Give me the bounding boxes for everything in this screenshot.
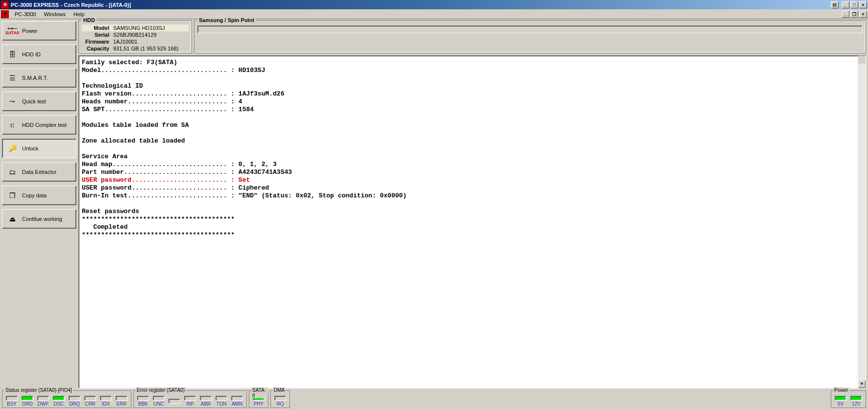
hdd-id-button[interactable]: 🗄 HDD ID	[2, 45, 76, 64]
power-label: Power	[22, 28, 37, 34]
scroll-down-icon[interactable]: ▼	[858, 380, 866, 388]
quick-test-label: Quick test	[22, 98, 46, 104]
dma-group: DMA RQ	[270, 390, 290, 408]
hdd-serial: S26BJ90B214129	[111, 31, 189, 38]
restore-down-icon[interactable]: ⊟	[831, 1, 839, 8]
hdd-id-label: HDD ID	[22, 51, 41, 57]
data-extractor-icon: 🗂	[6, 167, 18, 177]
title-bar: ⚙ PC-3000 EXPRESS - Czech Republic - [(A…	[0, 0, 868, 9]
hdd-legend: HDD	[82, 17, 96, 23]
unlock-label: Unlock	[22, 145, 39, 151]
complex-test-icon: ⎌	[6, 120, 18, 130]
copy-data-icon: ❐	[6, 191, 18, 200]
sata-ii-group: SATA-II PHY	[249, 390, 268, 408]
sidebar: ⊶─ SATA0 Power 🗄 HDD ID ☰ S.M.A.R.T. ⤳ Q…	[0, 19, 78, 389]
progress-bar	[197, 25, 863, 33]
hdd-firmware: 1AJ10001	[111, 38, 189, 45]
mdi-minimize-button[interactable]: _	[842, 11, 849, 18]
window-title: PC-3000 EXPRESS - Czech Republic - [(ATA…	[11, 2, 131, 8]
hdd-info-panel: HDD ModelSAMSUNG HD103SJ SerialS26BJ90B2…	[78, 20, 192, 53]
scrollbar[interactable]: ▲ ▼	[858, 56, 866, 388]
smart-icon: ☰	[6, 73, 18, 83]
status-register-group: Status register (SATA0)-[PIO4] BSY DRD D…	[2, 390, 131, 408]
mdi-app-icon: ⚙	[1, 10, 9, 18]
vendor-panel: Samsung / Spin Point	[194, 20, 866, 53]
copy-data-button[interactable]: ❐ Copy data	[2, 186, 76, 205]
power-group: Power 5V 12V	[831, 390, 866, 408]
data-extractor-button[interactable]: 🗂 Data Extractor	[2, 162, 76, 182]
copy-data-label: Copy data	[22, 192, 47, 198]
status-bar: Status register (SATA0)-[PIO4] BSY DRD D…	[0, 389, 868, 409]
smart-label: S.M.A.R.T.	[22, 75, 48, 81]
mdi-close-button[interactable]: ×	[859, 11, 867, 18]
complex-test-label: HDD Complex test	[22, 122, 67, 128]
unlock-icon: 🔑	[6, 144, 18, 153]
menu-windows[interactable]: Windows	[40, 10, 70, 18]
menu-bar: ⚙ PC-3000 Windows Help _ ❐ ×	[0, 9, 868, 19]
power-icon: ⊶─ SATA0	[6, 26, 18, 36]
smart-button[interactable]: ☰ S.M.A.R.T.	[2, 68, 76, 88]
quick-test-button[interactable]: ⤳ Quick test	[2, 92, 76, 111]
hdd-model: SAMSUNG HD103SJ	[111, 24, 189, 31]
continue-working-button[interactable]: ⏏ Contitue working	[2, 209, 76, 229]
maximize-button[interactable]: □	[850, 1, 858, 8]
data-extractor-label: Data Extractor	[22, 169, 56, 175]
close-button[interactable]: ×	[859, 1, 867, 8]
minimize-button[interactable]: _	[842, 1, 849, 8]
quick-test-icon: ⤳	[6, 96, 18, 106]
log-console[interactable]: Family selected: F3(SATA) Model.........…	[78, 55, 866, 388]
unlock-button[interactable]: 🔑 Unlock	[2, 139, 76, 158]
hdd-id-icon: 🗄	[6, 49, 18, 59]
complex-test-button[interactable]: ⎌ HDD Complex test	[2, 115, 76, 135]
app-icon: ⚙	[1, 1, 9, 9]
error-register-group: Error register (SATA0) BBK UNC INF ABR T…	[133, 390, 247, 408]
hdd-capacity: 931,51 GB (1 953 525 168)	[111, 45, 189, 52]
vendor-legend: Samsung / Spin Point	[197, 17, 256, 23]
continue-label: Contitue working	[22, 216, 62, 222]
menu-pc3000[interactable]: PC-3000	[11, 10, 40, 18]
mdi-restore-button[interactable]: ❐	[850, 11, 858, 18]
continue-icon: ⏏	[6, 214, 18, 224]
power-button[interactable]: ⊶─ SATA0 Power	[2, 21, 76, 41]
